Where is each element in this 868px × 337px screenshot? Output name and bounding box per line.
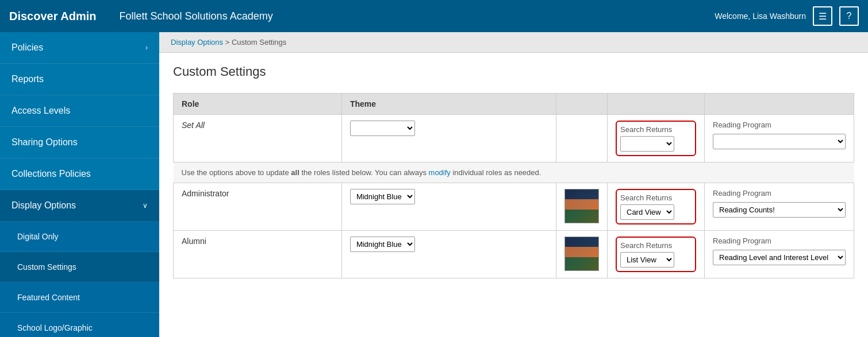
sidebar-item-policies[interactable]: Policies › xyxy=(0,32,159,64)
set-all-search-returns-select[interactable]: Card View List View xyxy=(620,136,674,152)
search-returns-cell-alumni: Search Returns Card View List View xyxy=(608,231,705,278)
alumni-search-returns-label: Search Returns xyxy=(620,241,692,250)
theme-cell-administrator: Midnight Blue Ocean Blue Forest Green xyxy=(341,183,556,231)
welcome-text: Welcome, Lisa Washburn xyxy=(715,11,806,21)
col-header-theme: Theme xyxy=(341,94,556,115)
administrator-theme-select[interactable]: Midnight Blue Ocean Blue Forest Green xyxy=(350,189,415,204)
sidebar: Policies › Reports Access Levels Sharing… xyxy=(0,32,159,337)
main-layout: Policies › Reports Access Levels Sharing… xyxy=(0,32,868,337)
alumni-search-returns-select[interactable]: Card View List View xyxy=(620,252,674,268)
sidebar-item-digital-only[interactable]: Digital Only xyxy=(0,222,159,252)
sidebar-label-display-options: Display Options xyxy=(11,200,76,211)
sidebar-label-access-levels: Access Levels xyxy=(11,106,70,116)
main-content: Custom Settings Role Theme Set xyxy=(159,53,868,337)
sidebar-item-display-options[interactable]: Display Options ∨ xyxy=(0,190,159,222)
app-title: Discover Admin xyxy=(9,10,97,23)
set-all-reading-program-label: Reading Program xyxy=(713,121,846,129)
header-right: Welcome, Lisa Washburn ☰ ? xyxy=(715,6,859,26)
info-text-cell: Use the options above to update all the … xyxy=(174,162,854,183)
alumni-reading-program-label: Reading Program xyxy=(713,237,846,245)
role-cell-administrator: Administrator xyxy=(174,183,342,231)
header-left: Discover Admin Follett School Solutions … xyxy=(9,10,273,23)
custom-settings-table: Role Theme Set All xyxy=(173,93,854,278)
sidebar-item-featured-content[interactable]: Featured Content xyxy=(0,282,159,313)
sidebar-item-collections-policies[interactable]: Collections Policies xyxy=(0,158,159,190)
thumb-cell-administrator xyxy=(556,183,608,231)
page-title: Custom Settings xyxy=(173,64,854,79)
set-all-theme-cell: Midnight Blue Ocean Blue Forest Green Cl… xyxy=(341,115,556,162)
search-returns-highlight-box: Search Returns Card View List View xyxy=(616,121,696,156)
admin-reading-program-group: Reading Program Reading Counts! Accelera… xyxy=(713,189,846,218)
chevron-right-icon: › xyxy=(145,44,148,52)
sidebar-label-reports: Reports xyxy=(11,74,44,84)
administrator-reading-program-select[interactable]: Reading Counts! Accelerated Reader Readi… xyxy=(713,202,846,218)
alumni-reading-program-select[interactable]: Reading Counts! Accelerated Reader Readi… xyxy=(713,250,846,265)
sidebar-item-access-levels[interactable]: Access Levels xyxy=(0,95,159,127)
menu-button[interactable]: ☰ xyxy=(813,6,832,26)
search-returns-cell-administrator: Search Returns Card View List View xyxy=(608,183,705,231)
thumb-cell-alumni xyxy=(556,231,608,278)
set-all-search-returns-cell: Search Returns Card View List View xyxy=(608,115,705,162)
alumni-reading-program-group: Reading Program Reading Counts! Accelera… xyxy=(713,237,846,265)
reading-program-cell-alumni: Reading Program Reading Counts! Accelera… xyxy=(705,231,854,278)
col-header-reading-program xyxy=(705,94,854,115)
help-button[interactable]: ? xyxy=(839,6,859,26)
admin-search-returns-label: Search Returns xyxy=(620,193,692,202)
sidebar-item-sharing-options[interactable]: Sharing Options xyxy=(0,127,159,158)
col-header-search-returns xyxy=(608,94,705,115)
search-returns-highlight-administrator: Search Returns Card View List View xyxy=(616,189,696,224)
reading-program-group: Reading Program Reading Counts! Accelera… xyxy=(713,121,846,149)
top-header: Discover Admin Follett School Solutions … xyxy=(0,0,868,32)
breadcrumb-separator: > xyxy=(225,38,232,47)
content-area: Display Options > Custom Settings Custom… xyxy=(159,32,868,337)
administrator-search-returns-select[interactable]: Card View List View xyxy=(620,204,674,220)
set-all-reading-program-select[interactable]: Reading Counts! Accelerated Reader Readi… xyxy=(713,134,846,149)
administrator-thumbnail xyxy=(564,189,599,223)
sidebar-label-sharing-options: Sharing Options xyxy=(11,137,78,148)
sidebar-label-featured-content: Featured Content xyxy=(17,293,80,302)
sidebar-item-school-logo[interactable]: School Logo/Graphic xyxy=(0,313,159,337)
set-all-reading-program-cell: Reading Program Reading Counts! Accelera… xyxy=(705,115,854,162)
set-all-thumb-cell xyxy=(556,115,608,162)
alumni-theme-select[interactable]: Midnight Blue Ocean Blue Forest Green xyxy=(350,237,415,252)
set-all-row: Set All Midnight Blue Ocean Blue Forest … xyxy=(174,115,854,162)
info-row: Use the options above to update all the … xyxy=(174,162,854,183)
breadcrumb: Display Options > Custom Settings xyxy=(159,32,868,53)
school-name: Follett School Solutions Academy xyxy=(120,10,273,22)
table-row: Alumni Midnight Blue Ocean Blue Forest G… xyxy=(174,231,854,278)
sidebar-label-custom-settings: Custom Settings xyxy=(17,262,76,272)
col-header-thumbnail xyxy=(556,94,608,115)
set-all-theme-select[interactable]: Midnight Blue Ocean Blue Forest Green Cl… xyxy=(350,121,415,136)
alumni-thumbnail xyxy=(564,237,599,271)
reading-program-cell-administrator: Reading Program Reading Counts! Accelera… xyxy=(705,183,854,231)
sidebar-label-digital-only: Digital Only xyxy=(17,232,59,241)
sidebar-label-collections-policies: Collections Policies xyxy=(11,169,91,179)
sidebar-item-custom-settings[interactable]: Custom Settings xyxy=(0,252,159,282)
role-cell-alumni: Alumni xyxy=(174,231,342,278)
sidebar-label-school-logo: School Logo/Graphic xyxy=(17,323,93,332)
search-returns-highlight-alumni: Search Returns Card View List View xyxy=(616,237,696,272)
admin-reading-program-label: Reading Program xyxy=(713,189,846,197)
set-all-role: Set All xyxy=(174,115,342,162)
breadcrumb-current: Custom Settings xyxy=(232,38,286,47)
col-header-role: Role xyxy=(174,94,342,115)
chevron-down-icon: ∨ xyxy=(143,202,148,210)
breadcrumb-parent[interactable]: Display Options xyxy=(171,38,223,47)
sidebar-label-policies: Policies xyxy=(11,42,43,53)
theme-cell-alumni: Midnight Blue Ocean Blue Forest Green xyxy=(341,231,556,278)
table-row: Administrator Midnight Blue Ocean Blue F… xyxy=(174,183,854,231)
sidebar-item-reports[interactable]: Reports xyxy=(0,64,159,95)
set-all-search-returns-label: Search Returns xyxy=(620,125,692,134)
